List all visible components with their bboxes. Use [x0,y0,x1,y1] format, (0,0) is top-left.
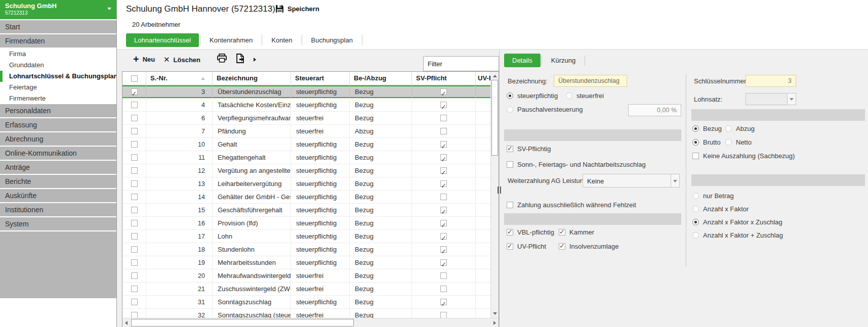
new-button[interactable]: + Neu [133,55,155,63]
tab-buchungsplan[interactable]: Buchungsplan [303,33,361,47]
column-header-bezeichnung[interactable]: Bezeichnung [213,72,291,85]
tab-konten[interactable]: Konten [263,33,300,47]
radio-pauschalversteuerung[interactable]: Pauschalversteuerung [507,106,583,113]
filter-input[interactable] [423,56,499,71]
table-row[interactable]: 21Zuschusswintergeld (ZWG)steuerfreiBezu… [122,283,490,296]
table-row[interactable]: 18StundenlohnsteuerpflichtigBezug [122,243,490,256]
radio-steuerfrei[interactable]: steuerfrei [566,92,604,100]
table-row[interactable]: 17LohnsteuerpflichtigBezug [122,230,490,243]
table-row[interactable]: 14Gehälter der GmbH - Gessteuerpflichtig… [122,191,490,204]
row-checkbox[interactable] [131,154,138,161]
sidebar-item-erfassung[interactable]: Erfassung [0,118,116,131]
sidebar-item-antraege[interactable]: Anträge [0,161,116,174]
weiterzahlung-select[interactable]: Keine [583,174,680,188]
delete-button[interactable]: ✕ Löschen [163,55,200,64]
sidebar-item-firmenwerte[interactable]: Firmenwerte [0,93,116,104]
row-checkbox[interactable] [131,141,138,148]
sidebar-item-abrechnung[interactable]: Abrechnung [0,132,116,146]
checkbox-sfn-zuschlag[interactable]: Sonn-, Feiertags- und Nachtarbeitszuschl… [507,161,646,168]
sidebar-item-online-kommunikation[interactable]: Online-Kommunikation [0,147,116,160]
row-checkbox[interactable] [131,259,138,266]
panel-splitter-handle[interactable] [498,186,501,194]
scroll-up-icon[interactable] [493,75,497,77]
row-checkbox[interactable] [131,207,138,213]
pauschal-percent-field[interactable] [628,104,681,116]
chevron-down-icon[interactable] [671,174,679,187]
column-header-select[interactable] [122,72,146,85]
table-row[interactable]: 4Tatsächliche Kosten/Einzelsteuerpflicht… [122,99,490,112]
scroll-left-icon[interactable] [125,321,128,325]
row-checkbox[interactable] [131,286,138,292]
row-checkbox[interactable] [131,115,138,121]
row-checkbox[interactable] [131,220,138,226]
vertical-scrollbar[interactable] [490,72,499,318]
checkbox-insolvenzumlage[interactable]: Insolvenzumlage [559,243,619,250]
row-checkbox[interactable] [131,88,138,95]
radio-steuerpflichtig[interactable]: steuerpflichtig [507,92,558,100]
checkbox-uv-pflicht[interactable]: UV-Pflicht [507,243,546,250]
lohnsatz-select[interactable] [746,93,796,105]
tab-lohnartenschluessel[interactable]: Lohnartenschlüssel [126,33,199,47]
radio-brutto[interactable]: Brutto [692,138,721,146]
checkbox-fehlzeit[interactable]: Zahlung ausschließlich während Fehlzeit [507,201,636,209]
company-switcher[interactable]: Schulung GmbH 57212313 [0,0,116,19]
sidebar-item-firmendaten[interactable]: Firmendaten [0,34,116,48]
row-checkbox[interactable] [131,233,138,240]
sidebar-item-lohnartschluessel-buchungsplan[interactable]: Lohnartschlüssel & Buchungsplan [0,71,116,82]
chevron-down-icon[interactable] [787,94,796,105]
sidebar-item-personaldaten[interactable]: Personaldaten [0,104,116,117]
bezeichnung-field[interactable] [554,75,627,87]
column-header-steuerart[interactable]: Steuerart [291,72,350,85]
sidebar-item-feiertage[interactable]: Feiertage [0,82,116,93]
radio-anzahl-faktor[interactable]: Anzahl x Faktor [692,205,749,213]
checkbox-sachbezug[interactable]: Keine Auszahlung (Sachbezug) [692,152,795,160]
sidebar-item-auskuenfte[interactable]: Auskünfte [0,189,116,202]
table-row[interactable]: 6VerpflegungsmehraufwandsteuerfreiBezug [122,112,490,125]
vertical-scroll-thumb[interactable] [491,80,498,156]
column-header-uvpflicht[interactable]: UV-Pf [476,72,490,85]
export-menu-caret-icon[interactable] [254,58,256,62]
export-button[interactable] [236,54,244,65]
scroll-down-icon[interactable] [493,312,497,315]
table-row[interactable]: 3ÜberstundenzuschlagsteuerpflichtigBezug [122,85,490,99]
table-row[interactable]: 10GehaltsteuerpflichtigBezug [122,138,490,151]
row-checkbox[interactable] [131,180,138,187]
horizontal-scroll-thumb[interactable] [131,319,354,326]
column-header-beabzug[interactable]: Be-/Abzug [350,72,412,85]
table-row[interactable]: 11EhegattengehaltsteuerpflichtigBezug [122,151,490,164]
row-checkbox[interactable] [131,246,138,253]
sidebar-item-institutionen[interactable]: Institutionen [0,203,116,216]
scroll-right-icon[interactable] [493,321,496,325]
table-row[interactable]: 12Vergütung an angestelltesteuerpflichti… [122,164,490,177]
sidebar-item-berichte[interactable]: Berichte [0,175,116,188]
radio-bezug[interactable]: Bezug [692,125,722,132]
table-row[interactable]: 7PfändungsteuerfreiAbzug [122,125,490,138]
row-checkbox[interactable] [131,102,138,108]
checkbox-vbl-pflichtig[interactable]: VBL-pflichtig [507,228,554,236]
radio-nur-betrag[interactable]: nur Betrag [692,192,734,200]
radio-anzahl-faktor-plus-zuschlag[interactable]: Anzahl x Faktor + Zuschlag [692,231,783,239]
table-row[interactable]: 19MehrarbeitsstundensteuerpflichtigBezug [122,256,490,269]
tab-kuerzung[interactable]: Kürzung [543,54,584,67]
row-checkbox[interactable] [131,299,138,305]
tab-kontenrahmen[interactable]: Kontenrahmen [201,33,261,47]
checkbox-kammer[interactable]: Kammer [559,228,594,236]
select-all-checkbox[interactable] [131,75,138,82]
row-checkbox[interactable] [131,128,138,134]
checkbox-sv-pflichtig[interactable]: SV-Pflichtig [507,145,551,153]
sidebar-item-grunddaten[interactable]: Grunddaten [0,60,116,71]
table-row[interactable]: 16Provision (lfd)steuerpflichtigBezug [122,217,490,230]
sidebar-item-firma[interactable]: Firma [0,49,116,60]
tab-details[interactable]: Details [504,54,541,67]
save-button[interactable]: Speichern [275,5,319,13]
sidebar-item-start[interactable]: Start [0,20,116,33]
table-row[interactable]: 13LeiharbeitervergütungsteuerpflichtigBe… [122,177,490,191]
row-checkbox[interactable] [131,194,138,200]
sidebar-item-system[interactable]: System [0,217,116,230]
table-row[interactable]: 15GeschäftsführergehaltsteuerpflichtigBe… [122,204,490,217]
table-row[interactable]: 31SonntagszuschlagsteuerpflichtigBezug [122,296,490,309]
radio-abzug[interactable]: Abzug [725,125,755,132]
row-checkbox[interactable] [131,272,138,279]
radio-anzahl-faktor-x-zuschlag[interactable]: Anzahl x Faktor x Zuschlag [692,218,782,226]
schluesselnummer-field[interactable] [746,75,796,87]
